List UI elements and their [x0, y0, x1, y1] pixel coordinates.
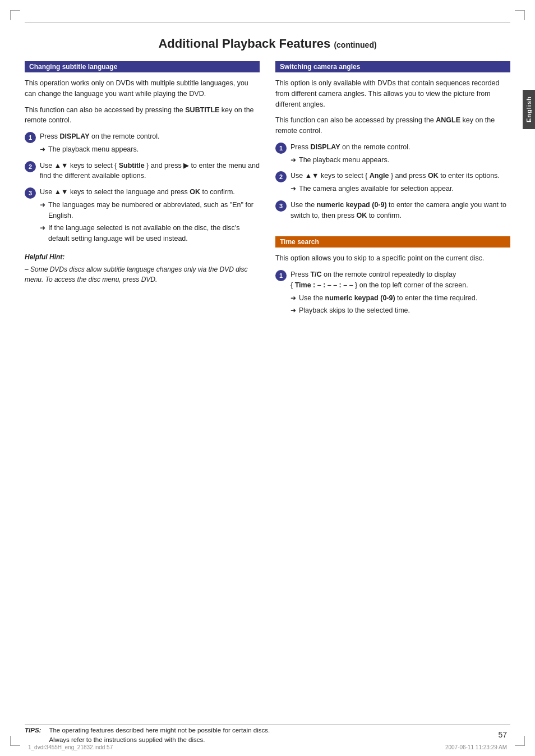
footer-right: 2007-06-11 11:23:29 AM [445, 744, 507, 750]
corner-mark-br [515, 736, 525, 746]
right-s1-step-1-content: Press DISPLAY on the remote control. ➜ T… [290, 142, 510, 166]
left-step-1-arrow-1: ➜ The playback menu appears. [40, 144, 260, 155]
right-s1-step-2: 2 Use ▲▼ keys to select { Angle } and pr… [275, 171, 510, 194]
english-tab: English [523, 90, 535, 129]
right-s1-step-3-num: 3 [275, 200, 287, 212]
page: English Additional Playback Features (co… [0, 0, 535, 756]
arrow-icon-5: ➜ [290, 184, 296, 194]
right-s1-step-2-num: 2 [275, 171, 287, 182]
page-number: 57 [498, 730, 507, 739]
hint-title: Helpful Hint: [25, 252, 260, 262]
right-intro1a: This option is only available with DVDs … [275, 78, 510, 109]
right-s2-step-1-arrow-1-text: Use the numeric keypad (0-9) to enter th… [299, 293, 477, 304]
hint-body: – Some DVDs discs allow subtitle languag… [25, 264, 260, 285]
arrow-icon-2: ➜ [40, 200, 45, 221]
right-s2-step-1-arrow-2: ➜ Playback skips to the selected time. [290, 305, 510, 316]
right-section-header-2: Time search [275, 236, 510, 248]
arrow-icon-6: ➜ [290, 293, 296, 304]
arrow-icon-1: ➜ [40, 144, 45, 155]
tips-text: The operating features described here mi… [49, 726, 270, 745]
left-step-3-arrow-2: ➜ If the language selected is not availa… [40, 223, 260, 244]
left-step-2-num: 2 [25, 161, 36, 172]
two-column-layout: Changing subtitle language This operatio… [25, 61, 510, 322]
right-s1-step-3: 3 Use the numeric keypad (0-9) to enter … [275, 200, 510, 221]
content-area: Additional Playback Features (continued)… [25, 31, 510, 717]
right-s2-step-1: 1 Press T/C on the remote control repeat… [275, 269, 510, 316]
footer-left: 1_dvdr3455H_eng_21832.indd 57 [28, 744, 113, 750]
page-title: Additional Playback Features (continued) [25, 31, 510, 51]
right-s1-step-2-content: Use ▲▼ keys to select { Angle } and pres… [290, 171, 510, 194]
right-s1-step-1: 1 Press DISPLAY on the remote control. ➜… [275, 142, 510, 166]
left-intro1: This operation works only on DVDs with m… [25, 78, 260, 99]
right-s1-step-1-num: 1 [275, 143, 287, 154]
right-s2-step-1-arrow-2-text: Playback skips to the selected time. [299, 305, 410, 316]
left-step-1-num: 1 [25, 132, 36, 143]
title-main: Additional Playback Features [158, 36, 330, 51]
corner-mark-tr [515, 10, 525, 20]
arrow-icon-4: ➜ [290, 155, 296, 166]
right-s1-step-1-arrow-text: The playback menu appears. [299, 155, 389, 166]
arrow-icon-3: ➜ [40, 223, 45, 244]
left-step-3-num: 3 [25, 187, 36, 199]
right-s2-step-1-content: Press T/C on the remote control repeated… [290, 269, 510, 316]
left-section-header: Changing subtitle language [25, 61, 260, 72]
right-section-header-1: Switching camera angles [275, 61, 510, 72]
left-step-1-content: Press DISPLAY on the remote control. ➜ T… [40, 131, 260, 155]
corner-mark-bl [10, 736, 20, 746]
right-s1-step-1-arrow: ➜ The playback menu appears. [290, 155, 510, 166]
left-step-1-arrow-1-text: The playback menu appears. [48, 144, 139, 155]
right-column: Switching camera angles This option is o… [275, 61, 510, 322]
tips-label: TIPS: [25, 726, 41, 745]
left-step-3: 3 Use ▲▼ keys to select the language and… [25, 187, 260, 244]
left-step-3-arrow-1: ➜ The languages may be numbered or abbre… [40, 200, 260, 221]
left-step-1: 1 Press DISPLAY on the remote control. ➜… [25, 131, 260, 155]
section-spacer [275, 226, 510, 236]
title-continued-text: (continued) [334, 40, 376, 49]
helpful-hint: Helpful Hint: – Some DVDs discs allow su… [25, 252, 260, 285]
footer-info: 1_dvdr3455H_eng_21832.indd 57 2007-06-11… [28, 744, 507, 750]
right-s2-step-1-num: 1 [275, 270, 287, 281]
bottom-rule [25, 724, 510, 725]
right-s1-step-2-arrow: ➜ The camera angles available for select… [290, 184, 510, 194]
right-s1-step-2-arrow-text: The camera angles available for selectio… [299, 184, 454, 194]
right-s1-step-3-content: Use the numeric keypad (0-9) to enter th… [290, 200, 510, 221]
left-column: Changing subtitle language This operatio… [25, 61, 260, 285]
top-rule [25, 22, 510, 23]
left-step-3-content: Use ▲▼ keys to select the language and p… [40, 187, 260, 244]
left-step-3-arrow-2-text: If the language selected is not availabl… [48, 223, 260, 244]
left-step-3-arrow-1-text: The languages may be numbered or abbrevi… [48, 200, 260, 221]
display-value: { Time : – : – – : – – } on the top left… [290, 281, 468, 289]
left-step-2: 2 Use ▲▼ keys to select { Subtitle } and… [25, 161, 260, 182]
tips-bar: TIPS: The operating features described h… [25, 726, 510, 745]
arrow-icon-7: ➜ [290, 305, 296, 316]
right-s2-step-1-arrow-1: ➜ Use the numeric keypad (0-9) to enter … [290, 293, 510, 304]
left-step-2-content: Use ▲▼ keys to select { Subtitle } and p… [40, 161, 260, 182]
left-intro2: This function can also be accessed by pr… [25, 105, 260, 126]
right-intro2: This option allows you to skip to a spec… [275, 253, 510, 264]
right-intro1b: This function can also be accessed by pr… [275, 115, 510, 136]
corner-mark-tl [10, 10, 20, 20]
